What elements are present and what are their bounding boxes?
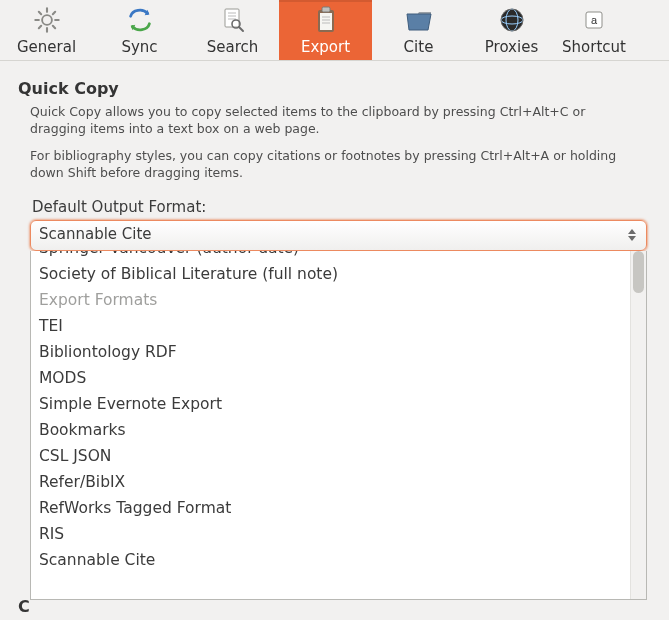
- export-pane: Quick Copy Quick Copy allows you to copy…: [0, 61, 669, 600]
- svg-rect-9: [322, 7, 330, 12]
- tab-label: General: [17, 38, 76, 56]
- preferences-toolbar: General Sync Search Export Cite Proxies …: [0, 0, 669, 61]
- help-text-quick-copy-2: For bibliography styles, you can copy ci…: [30, 148, 631, 182]
- svg-line-6: [239, 27, 243, 31]
- folder-icon: [404, 4, 434, 36]
- list-item[interactable]: RIS: [31, 521, 630, 547]
- gear-icon: [33, 4, 61, 36]
- list-item[interactable]: TEI: [31, 313, 630, 339]
- tab-shortcuts[interactable]: a Shortcut: [558, 0, 630, 60]
- clipboard-icon: [312, 4, 340, 36]
- tab-sync[interactable]: Sync: [93, 0, 186, 60]
- tab-general[interactable]: General: [0, 0, 93, 60]
- tab-label: Export: [301, 38, 350, 56]
- list-item[interactable]: Scannable Cite: [31, 547, 630, 573]
- svg-rect-8: [320, 13, 332, 30]
- scrollbar-vertical[interactable]: [630, 251, 646, 599]
- list-item[interactable]: Bookmarks: [31, 417, 630, 443]
- section-title-truncated: C: [18, 597, 30, 616]
- label-default-output-format: Default Output Format:: [32, 198, 659, 216]
- list-item[interactable]: Refer/BibIX: [31, 469, 630, 495]
- list-item[interactable]: Simple Evernote Export: [31, 391, 630, 417]
- tab-label: Sync: [121, 38, 157, 56]
- svg-text:a: a: [591, 14, 598, 26]
- list-item[interactable]: Society of Biblical Literature (full not…: [31, 261, 630, 287]
- list-group-header: Export Formats: [31, 287, 630, 313]
- help-text-quick-copy-1: Quick Copy allows you to copy selected i…: [30, 104, 631, 138]
- list-item[interactable]: CSL JSON: [31, 443, 630, 469]
- tab-proxies[interactable]: Proxies: [465, 0, 558, 60]
- tab-export[interactable]: Export: [279, 0, 372, 60]
- document-magnifier-icon: [219, 4, 247, 36]
- tab-label: Proxies: [485, 38, 538, 56]
- combobox-value: Scannable Cite: [39, 225, 152, 243]
- listbox[interactable]: Springer Vancouver (author-date)Society …: [30, 251, 647, 600]
- tab-search[interactable]: Search: [186, 0, 279, 60]
- tab-label: Shortcut: [558, 38, 630, 56]
- tab-label: Search: [207, 38, 259, 56]
- list-item[interactable]: Springer Vancouver (author-date): [31, 251, 630, 261]
- tab-label: Cite: [404, 38, 434, 56]
- scrollbar-thumb[interactable]: [633, 251, 644, 293]
- tab-cite[interactable]: Cite: [372, 0, 465, 60]
- globe-icon: [498, 4, 526, 36]
- list-item[interactable]: Bibliontology RDF: [31, 339, 630, 365]
- stepper-arrows-icon: [626, 224, 638, 246]
- section-title-quick-copy: Quick Copy: [18, 79, 659, 98]
- list-item[interactable]: MODS: [31, 365, 630, 391]
- list-item[interactable]: RefWorks Tagged Format: [31, 495, 630, 521]
- combobox-default-output-format[interactable]: Scannable Cite: [30, 220, 647, 251]
- keyboard-key-icon: a: [583, 4, 605, 36]
- sync-arrows-icon: [125, 4, 155, 36]
- dropdown-output-format-list: Springer Vancouver (author-date)Society …: [30, 251, 647, 600]
- svg-point-0: [42, 15, 52, 25]
